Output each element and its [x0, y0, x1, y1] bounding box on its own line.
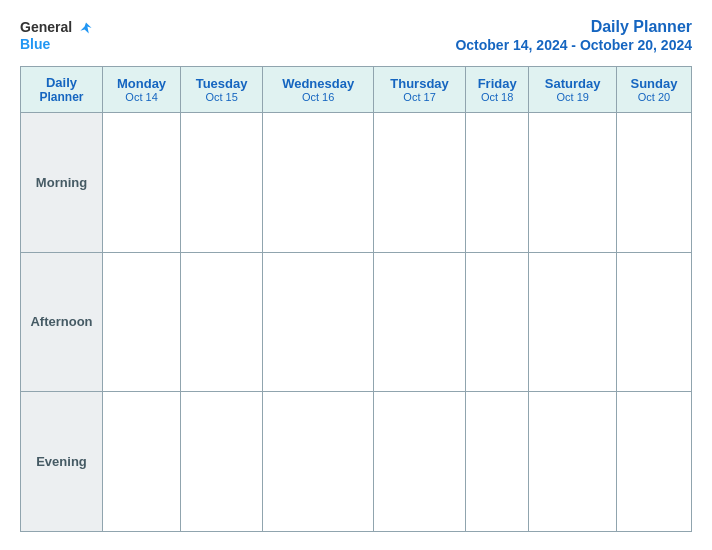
- row-label-morning: Morning: [21, 113, 103, 253]
- logo-area: General Blue: [20, 18, 93, 52]
- table-row-evening: Evening: [21, 392, 692, 532]
- cell-morning-saturday[interactable]: [529, 113, 617, 253]
- cell-evening-sunday[interactable]: [616, 392, 691, 532]
- cell-afternoon-wednesday[interactable]: [263, 252, 374, 392]
- col-day-tuesday: Tuesday: [183, 76, 260, 91]
- cell-afternoon-tuesday[interactable]: [181, 252, 263, 392]
- cell-morning-wednesday[interactable]: [263, 113, 374, 253]
- logo-text-blue: Blue: [20, 36, 50, 52]
- col-date-thursday: Oct 17: [376, 91, 463, 103]
- col-header-wednesday: Wednesday Oct 16: [263, 67, 374, 113]
- cell-morning-sunday[interactable]: [616, 113, 691, 253]
- planner-table: Daily Planner Monday Oct 14 Tuesday Oct …: [20, 66, 692, 532]
- col-date-tuesday: Oct 15: [183, 91, 260, 103]
- col-header-friday: Friday Oct 18: [465, 67, 529, 113]
- cell-afternoon-friday[interactable]: [465, 252, 529, 392]
- label-header-line2: Planner: [23, 90, 100, 104]
- table-row-morning: Morning: [21, 113, 692, 253]
- svg-marker-0: [80, 22, 91, 33]
- cell-morning-friday[interactable]: [465, 113, 529, 253]
- col-day-sunday: Sunday: [619, 76, 689, 91]
- cell-evening-saturday[interactable]: [529, 392, 617, 532]
- col-day-thursday: Thursday: [376, 76, 463, 91]
- col-date-wednesday: Oct 16: [265, 91, 371, 103]
- col-day-saturday: Saturday: [531, 76, 614, 91]
- col-header-saturday: Saturday Oct 19: [529, 67, 617, 113]
- cell-afternoon-sunday[interactable]: [616, 252, 691, 392]
- table-label-header: Daily Planner: [21, 67, 103, 113]
- label-header-line1: Daily: [23, 75, 100, 90]
- cell-afternoon-monday[interactable]: [103, 252, 181, 392]
- logo-text-general: General: [20, 19, 72, 35]
- col-header-tuesday: Tuesday Oct 15: [181, 67, 263, 113]
- col-day-friday: Friday: [468, 76, 527, 91]
- col-date-saturday: Oct 19: [531, 91, 614, 103]
- logo: General: [20, 18, 93, 36]
- cell-morning-monday[interactable]: [103, 113, 181, 253]
- cell-evening-friday[interactable]: [465, 392, 529, 532]
- col-day-wednesday: Wednesday: [265, 76, 371, 91]
- planner-title: Daily Planner: [591, 18, 692, 35]
- col-header-sunday: Sunday Oct 20: [616, 67, 691, 113]
- page: General Blue Daily Planner October 14, 2…: [0, 0, 712, 550]
- cell-evening-wednesday[interactable]: [263, 392, 374, 532]
- title-area: Daily Planner October 14, 2024 - October…: [455, 18, 692, 54]
- cell-evening-tuesday[interactable]: [181, 392, 263, 532]
- col-day-monday: Monday: [105, 76, 178, 91]
- row-label-evening: Evening: [21, 392, 103, 532]
- col-date-monday: Oct 14: [105, 91, 178, 103]
- cell-afternoon-thursday[interactable]: [374, 252, 466, 392]
- cell-evening-monday[interactable]: [103, 392, 181, 532]
- cell-morning-tuesday[interactable]: [181, 113, 263, 253]
- cell-afternoon-saturday[interactable]: [529, 252, 617, 392]
- cell-evening-thursday[interactable]: [374, 392, 466, 532]
- col-date-friday: Oct 18: [468, 91, 527, 103]
- logo-bird-icon: [79, 21, 93, 35]
- col-header-monday: Monday Oct 14: [103, 67, 181, 113]
- col-date-sunday: Oct 20: [619, 91, 689, 103]
- col-header-thursday: Thursday Oct 17: [374, 67, 466, 113]
- row-label-afternoon: Afternoon: [21, 252, 103, 392]
- cell-morning-thursday[interactable]: [374, 113, 466, 253]
- table-header-row: Daily Planner Monday Oct 14 Tuesday Oct …: [21, 67, 692, 113]
- planner-date-range: October 14, 2024 - October 20, 2024: [455, 37, 692, 53]
- table-row-afternoon: Afternoon: [21, 252, 692, 392]
- header: General Blue Daily Planner October 14, 2…: [20, 18, 692, 54]
